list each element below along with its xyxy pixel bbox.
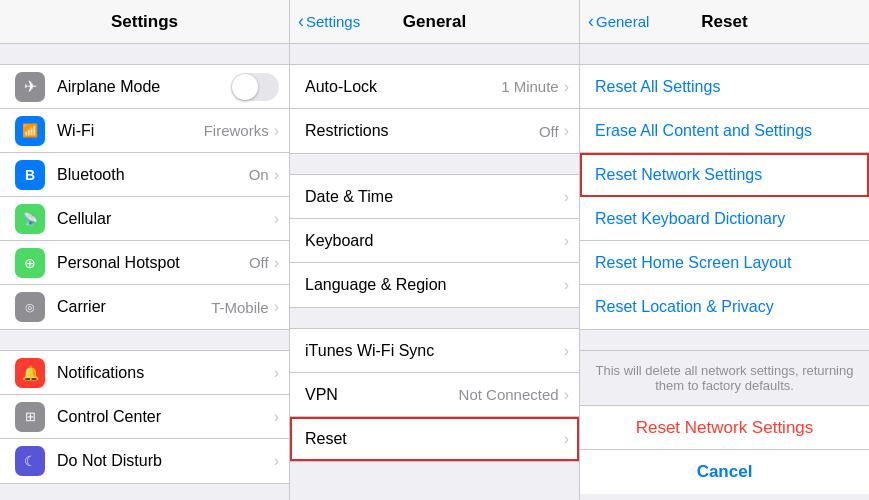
settings-group-2: 🔔 Notifications › ⊞ Control Center › ☾ D… (0, 350, 289, 484)
airplane-toggle[interactable] (231, 73, 279, 101)
chevron-right-icon: › (274, 452, 279, 470)
reset-scroll[interactable]: Reset All Settings Erase All Content and… (580, 44, 869, 500)
settings-title: Settings (111, 12, 178, 32)
dnd-icon: ☾ (15, 446, 45, 476)
control-center-label: Control Center (57, 408, 274, 426)
toggle-thumb (232, 74, 258, 100)
carrier-value: T-Mobile (211, 299, 269, 316)
chevron-right-icon: › (564, 122, 569, 140)
reset-panel: ‹ General Reset Reset All Settings Erase… (580, 0, 869, 500)
settings-panel: Settings ✈ Airplane Mode 📶 Wi-Fi Firewor… (0, 0, 290, 500)
general-item-reset[interactable]: Reset › (290, 417, 579, 461)
sidebar-item-bluetooth[interactable]: B Bluetooth On › (0, 153, 289, 197)
bluetooth-icon: B (15, 160, 45, 190)
erase-all-item[interactable]: Erase All Content and Settings (580, 109, 869, 153)
wifi-label: Wi-Fi (57, 122, 204, 140)
erase-all-label: Erase All Content and Settings (595, 122, 812, 140)
general-item-vpn[interactable]: VPN Not Connected › (290, 373, 579, 417)
hotspot-icon: ⊕ (15, 248, 45, 278)
reset-all-item[interactable]: Reset All Settings (580, 65, 869, 109)
chevron-right-icon: › (564, 188, 569, 206)
chevron-right-icon: › (274, 254, 279, 272)
control-center-icon: ⊞ (15, 402, 45, 432)
reset-back-label: General (596, 13, 649, 30)
chevron-right-icon: › (564, 342, 569, 360)
wifi-icon: 📶 (15, 116, 45, 146)
general-item-autolock[interactable]: Auto-Lock 1 Minute › (290, 65, 579, 109)
general-scroll[interactable]: Auto-Lock 1 Minute › Restrictions Off › … (290, 44, 579, 500)
reset-location-label: Reset Location & Privacy (595, 298, 774, 316)
chevron-right-icon: › (274, 298, 279, 316)
reset-back-button[interactable]: ‹ General (588, 11, 649, 32)
settings-group-1: ✈ Airplane Mode 📶 Wi-Fi Fireworks › B Bl… (0, 64, 289, 330)
chevron-right-icon: › (274, 122, 279, 140)
vpn-value: Not Connected (459, 386, 559, 403)
reset-group: Reset All Settings Erase All Content and… (580, 64, 869, 330)
general-item-datetime[interactable]: Date & Time › (290, 175, 579, 219)
sidebar-item-dnd[interactable]: ☾ Do Not Disturb › (0, 439, 289, 483)
general-item-restrictions[interactable]: Restrictions Off › (290, 109, 579, 153)
chevron-right-icon: › (564, 430, 569, 448)
airplane-label: Airplane Mode (57, 78, 223, 96)
bluetooth-value: On (249, 166, 269, 183)
action-sheet: This will delete all network settings, r… (580, 350, 869, 494)
general-nav-bar: ‹ Settings General (290, 0, 579, 44)
notifications-icon: 🔔 (15, 358, 45, 388)
carrier-icon: ◎ (15, 292, 45, 322)
reset-home-item[interactable]: Reset Home Screen Layout (580, 241, 869, 285)
action-cancel-button[interactable]: Cancel (580, 450, 869, 494)
action-confirm-button[interactable]: Reset Network Settings (580, 406, 869, 450)
sidebar-item-cellular[interactable]: 📡 Cellular › (0, 197, 289, 241)
sidebar-item-wifi[interactable]: 📶 Wi-Fi Fireworks › (0, 109, 289, 153)
cellular-label: Cellular (57, 210, 274, 228)
language-label: Language & Region (305, 276, 564, 294)
general-item-language[interactable]: Language & Region › (290, 263, 579, 307)
hotspot-label: Personal Hotspot (57, 254, 249, 272)
general-item-itunes[interactable]: iTunes Wi-Fi Sync › (290, 329, 579, 373)
chevron-right-icon: › (564, 386, 569, 404)
action-cancel-label: Cancel (697, 462, 753, 482)
general-back-label: Settings (306, 13, 360, 30)
hotspot-value: Off (249, 254, 269, 271)
settings-scroll[interactable]: ✈ Airplane Mode 📶 Wi-Fi Fireworks › B Bl… (0, 44, 289, 500)
vpn-label: VPN (305, 386, 459, 404)
reset-network-label: Reset Network Settings (595, 166, 762, 184)
reset-title: Reset (701, 12, 747, 32)
general-back-button[interactable]: ‹ Settings (298, 11, 360, 32)
settings-header: Settings (0, 0, 289, 44)
sidebar-item-hotspot[interactable]: ⊕ Personal Hotspot Off › (0, 241, 289, 285)
general-panel: ‹ Settings General Auto-Lock 1 Minute › … (290, 0, 580, 500)
autolock-label: Auto-Lock (305, 78, 501, 96)
sidebar-item-control-center[interactable]: ⊞ Control Center › (0, 395, 289, 439)
dnd-label: Do Not Disturb (57, 452, 274, 470)
reset-home-label: Reset Home Screen Layout (595, 254, 792, 272)
autolock-value: 1 Minute (501, 78, 559, 95)
reset-network-item[interactable]: Reset Network Settings (580, 153, 869, 197)
reset-location-item[interactable]: Reset Location & Privacy (580, 285, 869, 329)
general-item-keyboard[interactable]: Keyboard › (290, 219, 579, 263)
chevron-right-icon: › (564, 232, 569, 250)
general-group-3: iTunes Wi-Fi Sync › VPN Not Connected › … (290, 328, 579, 462)
itunes-label: iTunes Wi-Fi Sync (305, 342, 564, 360)
reset-label: Reset (305, 430, 564, 448)
action-confirm-label: Reset Network Settings (636, 418, 814, 438)
chevron-right-icon: › (564, 78, 569, 96)
reset-keyboard-label: Reset Keyboard Dictionary (595, 210, 785, 228)
action-message: This will delete all network settings, r… (580, 351, 869, 406)
reset-keyboard-item[interactable]: Reset Keyboard Dictionary (580, 197, 869, 241)
sidebar-item-notifications[interactable]: 🔔 Notifications › (0, 351, 289, 395)
reset-nav-bar: ‹ General Reset (580, 0, 869, 44)
cellular-icon: 📡 (15, 204, 45, 234)
chevron-right-icon: › (274, 364, 279, 382)
sidebar-item-airplane[interactable]: ✈ Airplane Mode (0, 65, 289, 109)
airplane-icon: ✈ (15, 72, 45, 102)
back-chevron-icon: ‹ (298, 11, 304, 32)
carrier-label: Carrier (57, 298, 211, 316)
chevron-right-icon: › (274, 408, 279, 426)
bluetooth-label: Bluetooth (57, 166, 249, 184)
keyboard-label: Keyboard (305, 232, 564, 250)
sidebar-item-carrier[interactable]: ◎ Carrier T-Mobile › (0, 285, 289, 329)
restrictions-label: Restrictions (305, 122, 539, 140)
reset-all-label: Reset All Settings (595, 78, 720, 96)
back-chevron-icon: ‹ (588, 11, 594, 32)
